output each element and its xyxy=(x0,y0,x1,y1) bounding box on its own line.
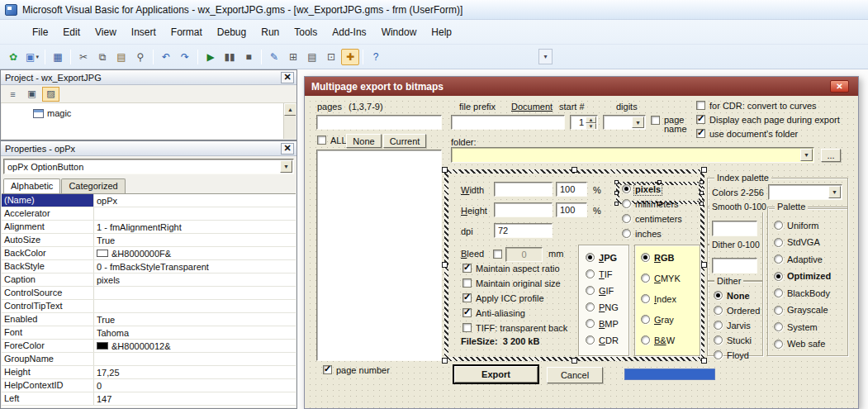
ControlTipText[interactable]: ControlTipText xyxy=(2,300,296,313)
selection-handle[interactable] xyxy=(614,180,619,184)
project-tree-item[interactable]: magic xyxy=(33,108,71,118)
palette-radio[interactable]: Uniform xyxy=(774,220,831,231)
export-option-checkbox[interactable]: Anti-aliasing xyxy=(462,308,567,319)
selection-handle[interactable] xyxy=(700,191,704,195)
menu-item[interactable]: Add-Ins xyxy=(325,23,373,41)
Font[interactable]: Font Tahoma xyxy=(2,326,296,340)
dither-radio[interactable]: Ordered xyxy=(714,305,760,316)
chevron-down-icon[interactable]: ▼ xyxy=(632,117,644,128)
color-mode-radio[interactable]: Gray xyxy=(641,314,681,325)
unit-radio[interactable]: inches xyxy=(622,228,682,239)
current-button[interactable]: Current xyxy=(383,134,426,148)
palette-radio[interactable]: Web safe xyxy=(774,339,831,350)
selection-handle[interactable] xyxy=(442,167,448,173)
export-option-checkbox[interactable]: Maintain aspect ratio xyxy=(462,264,567,274)
close-panel-button[interactable]: ✕ xyxy=(281,72,294,83)
browse-folder-button[interactable]: ... xyxy=(821,149,841,162)
colors-select[interactable]: ▼ xyxy=(768,184,842,200)
properties-tab[interactable]: Alphabetic xyxy=(3,178,60,194)
start-number-stepper[interactable]: 1 ▲▼ xyxy=(570,115,598,130)
view-code-icon[interactable]: ≡ xyxy=(4,87,21,102)
spin-down-icon[interactable]: ▼ xyxy=(586,123,596,130)
height-input[interactable] xyxy=(494,202,553,217)
cut-icon[interactable]: ✂ xyxy=(74,49,92,65)
menu-item[interactable]: View xyxy=(88,23,124,41)
selection-handle[interactable] xyxy=(614,191,619,195)
insert-userform-icon[interactable]: ▣▾ xyxy=(23,49,41,65)
folder-combo[interactable]: ▼ xyxy=(451,147,814,163)
project-tree[interactable]: magic ▲ xyxy=(2,103,296,139)
menu-item[interactable]: Window xyxy=(374,23,425,41)
Caption[interactable]: Caption pixels xyxy=(2,273,296,287)
export-button[interactable]: Export xyxy=(453,364,539,384)
dither-radio[interactable]: Stucki xyxy=(714,335,760,345)
selection-handle[interactable] xyxy=(614,202,619,206)
menu-item[interactable]: Edit xyxy=(55,23,88,41)
copy-icon[interactable]: ⧉ xyxy=(93,49,111,65)
menu-item[interactable]: File xyxy=(25,23,55,41)
Alignment[interactable]: Alignment 1 - fmAlignmentRight xyxy=(2,221,296,234)
page-number-checkbox[interactable]: page number xyxy=(323,365,390,375)
selection-handle[interactable] xyxy=(701,262,707,268)
menu-item[interactable]: Debug xyxy=(210,23,254,41)
dither-range-input[interactable] xyxy=(712,258,757,273)
bleed-checkbox[interactable] xyxy=(493,250,502,259)
toolbar-overflow-button[interactable]: ▾ xyxy=(538,49,553,64)
menu-item[interactable]: Format xyxy=(164,23,210,41)
break-icon[interactable]: ▮▮ xyxy=(221,49,239,65)
menu-item[interactable]: Run xyxy=(254,23,287,41)
dpi-input[interactable]: 72 xyxy=(494,223,553,238)
all-pages-checkbox[interactable]: ALL. xyxy=(317,136,349,145)
palette-radio[interactable]: Grayscale xyxy=(774,305,831,316)
palette-radio[interactable]: Optimized xyxy=(774,271,831,282)
pages-input[interactable] xyxy=(316,115,442,130)
GroupName[interactable]: GroupName xyxy=(2,353,296,366)
selection-handle[interactable] xyxy=(572,167,577,173)
pages-listbox[interactable] xyxy=(316,150,442,361)
tree-scrollbar[interactable]: ▲ xyxy=(283,103,296,139)
dither-radio[interactable]: None xyxy=(714,290,760,301)
spin-up-icon[interactable]: ▲ xyxy=(586,117,596,123)
close-panel-button[interactable]: ✕ xyxy=(281,143,294,155)
chevron-down-icon[interactable]: ▼ xyxy=(800,149,813,161)
toggle-folders-icon[interactable]: ▨ xyxy=(42,87,59,102)
palette-radio[interactable]: StdVGA xyxy=(774,237,831,248)
display-pages-checkbox[interactable]: Display each page during export xyxy=(696,115,840,125)
cancel-button[interactable]: Cancel xyxy=(547,367,603,383)
view-object-icon[interactable]: ▣ xyxy=(23,87,40,102)
object-selector-combo[interactable]: opPx OptionButton ▼ xyxy=(3,159,294,174)
scroll-up-icon[interactable]: ▲ xyxy=(284,103,296,116)
palette-radio[interactable]: Adaptive xyxy=(774,254,831,264)
menu-item[interactable]: Insert xyxy=(124,23,164,41)
width-percent-input[interactable]: 100 xyxy=(556,182,587,197)
undo-icon[interactable]: ↶ xyxy=(157,49,175,65)
unit-radio[interactable]: centimeters xyxy=(622,213,682,224)
selection-handle[interactable] xyxy=(700,202,704,206)
host-app-icon[interactable]: ✿ xyxy=(4,49,22,65)
Accelerator[interactable]: Accelerator xyxy=(2,207,296,221)
design-mode-icon[interactable]: ✎ xyxy=(265,49,283,65)
color-mode-radio[interactable]: B&W xyxy=(641,335,681,345)
selection-handle[interactable] xyxy=(701,358,707,364)
dither-radio[interactable]: Jarvis xyxy=(714,320,760,331)
redo-icon[interactable]: ↷ xyxy=(176,49,194,65)
Height[interactable]: Height 17,25 xyxy=(2,366,296,379)
format-radio[interactable]: PNG xyxy=(586,302,619,312)
BackStyle[interactable]: BackStyle 0 - fmBackStyleTransparent xyxy=(2,260,296,273)
(Name)[interactable]: (Name) opPx xyxy=(2,194,296,207)
dropdown-caret-icon[interactable]: ▾ xyxy=(36,54,39,60)
ForeColor[interactable]: ForeColor &H80000012& xyxy=(2,340,296,353)
selection-handle[interactable] xyxy=(442,358,448,364)
format-radio[interactable]: BMP xyxy=(586,318,619,329)
color-mode-radio[interactable]: Index xyxy=(641,293,681,304)
format-radio[interactable]: CDR xyxy=(586,335,619,345)
digits-select[interactable]: ▼ xyxy=(603,115,646,130)
selection-handle[interactable] xyxy=(442,262,448,268)
none-button[interactable]: None xyxy=(346,134,382,148)
help-icon[interactable]: ? xyxy=(367,49,385,65)
selection-handle[interactable] xyxy=(700,180,704,184)
width-input[interactable] xyxy=(494,182,553,197)
export-option-checkbox[interactable]: TIFF: transparent back xyxy=(462,323,567,334)
format-radio[interactable]: GIF xyxy=(586,285,619,296)
use-document-folder-checkbox[interactable]: use document's folder xyxy=(696,129,798,139)
